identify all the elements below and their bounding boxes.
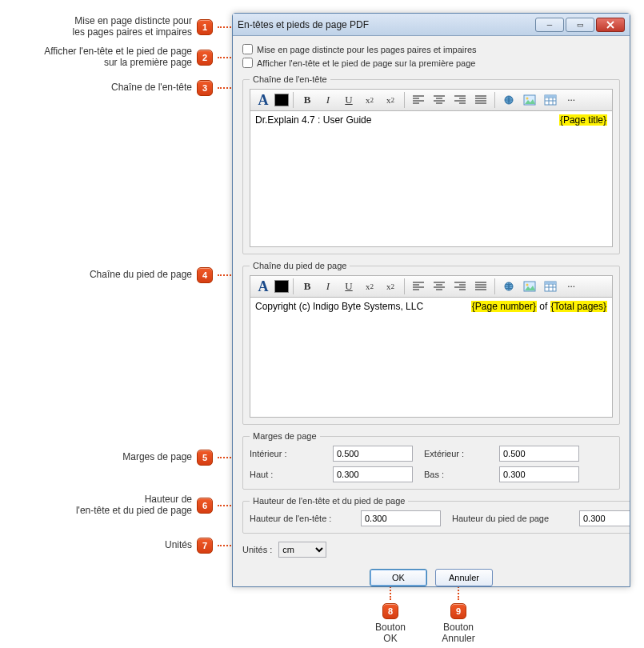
- header-left-text: Dr.Explain 4.7 : User Guide: [255, 114, 371, 126]
- italic-button[interactable]: I: [318, 91, 338, 109]
- italic-button[interactable]: I: [318, 278, 338, 295]
- maximize-button[interactable]: ▭: [566, 18, 594, 32]
- margin-bottom-input[interactable]: [499, 466, 579, 482]
- margin-top-label: Haut :: [250, 470, 322, 479]
- footer-total-pages-placeholder: {Total pages}: [550, 301, 607, 312]
- callout-bullet-9: 9: [450, 603, 466, 619]
- callout-label-1: Mise en page distincte pour les pages pa…: [8, 16, 192, 38]
- align-justify-button[interactable]: [471, 278, 490, 295]
- footer-left-text: Copyright (c) Indigo Byte Systems, LLC: [255, 301, 423, 312]
- align-left-button[interactable]: [409, 91, 428, 109]
- more-button[interactable]: ···: [562, 278, 581, 295]
- align-center-button[interactable]: [430, 91, 449, 109]
- callout-label-9: Bouton Annuler: [442, 622, 474, 645]
- header-editor[interactable]: Dr.Explain 4.7 : User Guide {Page title}: [250, 111, 613, 247]
- callout-bullet-6: 6: [197, 498, 213, 514]
- header-toolbar: A B I U x2 x2 ···: [250, 89, 613, 111]
- margin-top-input[interactable]: [333, 466, 413, 482]
- svg-point-43: [526, 284, 529, 286]
- footer-height-label: Hauteur du pied de page: [452, 514, 568, 523]
- margin-exterior-input[interactable]: [499, 446, 579, 462]
- page-margins-legend: Marges de page: [250, 431, 320, 441]
- table-button[interactable]: [541, 91, 560, 109]
- footer-editor[interactable]: Copyright (c) Indigo Byte Systems, LLC {…: [250, 298, 613, 418]
- font-color-button[interactable]: [274, 280, 289, 293]
- footer-height-input[interactable]: [579, 510, 630, 526]
- minimize-button[interactable]: ─: [535, 18, 564, 32]
- close-button[interactable]: [596, 18, 625, 32]
- callout-bullet-8: 8: [382, 603, 398, 619]
- callout-label-7: Unités: [141, 540, 192, 551]
- header-height-label: Hauteur de l'en-tête :: [250, 514, 350, 523]
- bold-button[interactable]: B: [298, 278, 317, 295]
- svg-point-18: [526, 98, 529, 100]
- titlebar: En-têtes et pieds de page PDF ─ ▭: [233, 14, 630, 36]
- distinct-layout-checkbox[interactable]: [242, 44, 253, 54]
- margin-interior-label: Intérieur :: [250, 449, 322, 458]
- callout-label-4: Chaîne du pied de page: [66, 270, 192, 281]
- align-right-button[interactable]: [450, 91, 470, 109]
- footer-page-number-placeholder: {Page number}: [471, 301, 537, 312]
- ok-button[interactable]: OK: [370, 569, 427, 586]
- footer-chain-group: Chaîne du pied de page A B I U x2 x2 ·: [242, 261, 620, 425]
- align-justify-button[interactable]: [471, 91, 490, 109]
- hyperlink-button[interactable]: [499, 278, 518, 295]
- callout-label-5: Marges de page: [99, 452, 192, 463]
- units-select[interactable]: cm: [278, 542, 326, 558]
- image-button[interactable]: [520, 91, 539, 109]
- callout-bullet-1: 1: [197, 19, 213, 35]
- header-page-title-placeholder: {Page title}: [559, 114, 607, 126]
- page-margins-group: Marges de page Intérieur : Extérieur : H…: [242, 431, 620, 490]
- callout-bullet-3: 3: [197, 80, 213, 96]
- show-first-page-checkbox[interactable]: [242, 58, 253, 68]
- image-button[interactable]: [520, 278, 539, 295]
- distinct-layout-checkbox-row: Mise en page distincte pour les pages pa…: [242, 44, 620, 54]
- cancel-button[interactable]: Annuler: [435, 569, 493, 586]
- more-button[interactable]: ···: [562, 91, 581, 109]
- align-left-button[interactable]: [409, 278, 428, 295]
- callout-label-2: Afficher l'en-tête et le pied de page su…: [3, 46, 192, 69]
- callout-label-8: Bouton OK: [375, 622, 406, 645]
- window-title: En-têtes et pieds de page PDF: [238, 19, 534, 30]
- show-first-page-label: Afficher l'en-tête et le pied de page su…: [257, 58, 475, 68]
- table-button[interactable]: [541, 278, 560, 295]
- units-label: Unités :: [242, 545, 272, 554]
- subscript-button[interactable]: x2: [360, 278, 379, 295]
- bold-button[interactable]: B: [298, 91, 317, 109]
- align-right-button[interactable]: [450, 278, 470, 295]
- subscript-button[interactable]: x2: [360, 91, 379, 109]
- superscript-button[interactable]: x2: [381, 91, 400, 109]
- show-first-page-checkbox-row: Afficher l'en-tête et le pied de page su…: [242, 58, 620, 68]
- dialog-window: En-têtes et pieds de page PDF ─ ▭ Mise e…: [232, 13, 630, 587]
- footer-toolbar: A B I U x2 x2 ···: [250, 275, 613, 298]
- margin-exterior-label: Extérieur :: [424, 449, 488, 458]
- dialog-button-row: OK Annuler: [242, 569, 620, 586]
- header-chain-group: Chaîne de l'en-tête A B I U x2 x2 ···: [242, 74, 620, 254]
- header-footer-height-legend: Hauteur de l'en-tête et du pied de page: [250, 496, 408, 506]
- font-button[interactable]: A: [254, 91, 273, 109]
- callout-bullet-5: 5: [197, 450, 213, 466]
- underline-button[interactable]: U: [339, 91, 358, 109]
- callout-label-6: Hauteur de l'en-tête et du pied de page: [38, 494, 192, 517]
- svg-rect-24: [545, 95, 556, 98]
- callout-bullet-2: 2: [197, 50, 213, 66]
- svg-rect-49: [545, 282, 556, 284]
- callout-bullet-7: 7: [197, 538, 213, 554]
- header-height-input[interactable]: [361, 510, 441, 526]
- callout-bullet-4: 4: [197, 267, 213, 283]
- margin-bottom-label: Bas :: [424, 470, 488, 479]
- footer-chain-legend: Chaîne du pied de page: [250, 261, 350, 270]
- header-chain-legend: Chaîne de l'en-tête: [250, 74, 330, 84]
- underline-button[interactable]: U: [339, 278, 358, 295]
- footer-of-text: of: [537, 301, 550, 312]
- hyperlink-button[interactable]: [499, 91, 518, 109]
- align-center-button[interactable]: [430, 278, 449, 295]
- superscript-button[interactable]: x2: [381, 278, 400, 295]
- font-color-button[interactable]: [274, 94, 289, 106]
- header-footer-height-group: Hauteur de l'en-tête et du pied de page …: [242, 496, 630, 534]
- callout-label-3: Chaîne de l'en-tête: [90, 82, 192, 94]
- distinct-layout-label: Mise en page distincte pour les pages pa…: [257, 45, 477, 54]
- margin-interior-input[interactable]: [333, 446, 413, 462]
- units-row: Unités : cm: [242, 542, 620, 558]
- font-button[interactable]: A: [254, 278, 273, 295]
